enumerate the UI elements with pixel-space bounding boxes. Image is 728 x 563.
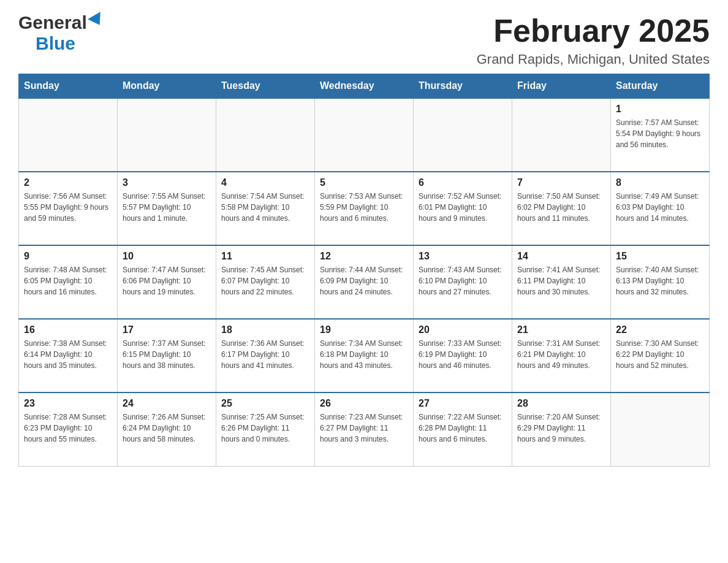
day-number: 3 xyxy=(123,177,211,188)
main-title: February 2025 xyxy=(477,12,710,49)
calendar-cell xyxy=(118,98,216,172)
calendar-cell xyxy=(315,98,414,172)
day-info: Sunrise: 7:30 AM Sunset: 6:22 PM Dayligh… xyxy=(616,338,704,371)
logo-blue-text: Blue xyxy=(36,33,75,53)
calendar-cell xyxy=(216,98,315,172)
day-number: 16 xyxy=(24,324,112,335)
calendar-cell: 17Sunrise: 7:37 AM Sunset: 6:15 PM Dayli… xyxy=(118,319,216,393)
day-info: Sunrise: 7:55 AM Sunset: 5:57 PM Dayligh… xyxy=(123,191,211,224)
calendar-cell: 18Sunrise: 7:36 AM Sunset: 6:17 PM Dayli… xyxy=(216,319,315,393)
day-info: Sunrise: 7:43 AM Sunset: 6:10 PM Dayligh… xyxy=(419,264,507,297)
calendar-cell: 23Sunrise: 7:28 AM Sunset: 6:23 PM Dayli… xyxy=(19,393,118,466)
day-info: Sunrise: 7:25 AM Sunset: 6:26 PM Dayligh… xyxy=(221,412,309,445)
weekday-header-thursday: Thursday xyxy=(414,74,512,99)
weekday-header-monday: Monday xyxy=(118,74,216,99)
day-info: Sunrise: 7:20 AM Sunset: 6:29 PM Dayligh… xyxy=(517,412,605,445)
day-number: 20 xyxy=(419,324,507,335)
calendar-cell: 5Sunrise: 7:53 AM Sunset: 5:59 PM Daylig… xyxy=(315,172,414,245)
weekday-header-row: SundayMondayTuesdayWednesdayThursdayFrid… xyxy=(19,74,710,99)
weekday-header-friday: Friday xyxy=(512,74,611,99)
calendar-cell: 26Sunrise: 7:23 AM Sunset: 6:27 PM Dayli… xyxy=(315,393,414,466)
calendar-cell: 6Sunrise: 7:52 AM Sunset: 6:01 PM Daylig… xyxy=(414,172,512,245)
day-number: 21 xyxy=(517,324,605,335)
logo: General Blue xyxy=(18,12,104,54)
calendar-cell xyxy=(512,98,611,172)
day-number: 2 xyxy=(24,177,112,188)
day-number: 18 xyxy=(221,324,309,335)
day-number: 24 xyxy=(123,398,211,409)
day-number: 7 xyxy=(517,177,605,188)
day-info: Sunrise: 7:38 AM Sunset: 6:14 PM Dayligh… xyxy=(24,338,112,371)
calendar-cell: 3Sunrise: 7:55 AM Sunset: 5:57 PM Daylig… xyxy=(118,172,216,245)
calendar-cell: 27Sunrise: 7:22 AM Sunset: 6:28 PM Dayli… xyxy=(414,393,512,466)
calendar-cell: 9Sunrise: 7:48 AM Sunset: 6:05 PM Daylig… xyxy=(19,245,118,319)
page-header: General Blue February 2025 Grand Rapids,… xyxy=(18,12,710,67)
day-info: Sunrise: 7:45 AM Sunset: 6:07 PM Dayligh… xyxy=(221,264,309,297)
calendar-cell: 24Sunrise: 7:26 AM Sunset: 6:24 PM Dayli… xyxy=(118,393,216,466)
calendar-cell: 4Sunrise: 7:54 AM Sunset: 5:58 PM Daylig… xyxy=(216,172,315,245)
calendar-cell: 12Sunrise: 7:44 AM Sunset: 6:09 PM Dayli… xyxy=(315,245,414,319)
calendar-cell: 1Sunrise: 7:57 AM Sunset: 5:54 PM Daylig… xyxy=(611,98,710,172)
day-number: 26 xyxy=(320,398,408,409)
day-info: Sunrise: 7:23 AM Sunset: 6:27 PM Dayligh… xyxy=(320,412,408,445)
day-number: 8 xyxy=(616,177,704,188)
day-info: Sunrise: 7:52 AM Sunset: 6:01 PM Dayligh… xyxy=(419,191,507,224)
calendar-cell: 10Sunrise: 7:47 AM Sunset: 6:06 PM Dayli… xyxy=(118,245,216,319)
weekday-header-wednesday: Wednesday xyxy=(315,74,414,99)
day-number: 15 xyxy=(616,251,704,262)
day-info: Sunrise: 7:31 AM Sunset: 6:21 PM Dayligh… xyxy=(517,338,605,371)
day-info: Sunrise: 7:44 AM Sunset: 6:09 PM Dayligh… xyxy=(320,264,408,297)
day-number: 12 xyxy=(320,251,408,262)
calendar-cell: 8Sunrise: 7:49 AM Sunset: 6:03 PM Daylig… xyxy=(611,172,710,245)
calendar-cell: 28Sunrise: 7:20 AM Sunset: 6:29 PM Dayli… xyxy=(512,393,611,466)
weekday-header-tuesday: Tuesday xyxy=(216,74,315,99)
subtitle: Grand Rapids, Michigan, United States xyxy=(477,52,710,67)
day-info: Sunrise: 7:53 AM Sunset: 5:59 PM Dayligh… xyxy=(320,191,408,224)
day-number: 28 xyxy=(517,398,605,409)
calendar-week-row: 16Sunrise: 7:38 AM Sunset: 6:14 PM Dayli… xyxy=(19,319,710,393)
calendar-cell xyxy=(19,98,118,172)
calendar-cell: 22Sunrise: 7:30 AM Sunset: 6:22 PM Dayli… xyxy=(611,319,710,393)
day-number: 10 xyxy=(123,251,211,262)
day-number: 17 xyxy=(123,324,211,335)
calendar-cell: 15Sunrise: 7:40 AM Sunset: 6:13 PM Dayli… xyxy=(611,245,710,319)
calendar-cell: 11Sunrise: 7:45 AM Sunset: 6:07 PM Dayli… xyxy=(216,245,315,319)
day-number: 27 xyxy=(419,398,507,409)
weekday-header-saturday: Saturday xyxy=(611,74,710,99)
calendar-week-row: 2Sunrise: 7:56 AM Sunset: 5:55 PM Daylig… xyxy=(19,172,710,245)
calendar-table: SundayMondayTuesdayWednesdayThursdayFrid… xyxy=(18,74,710,467)
calendar-week-row: 1Sunrise: 7:57 AM Sunset: 5:54 PM Daylig… xyxy=(19,98,710,172)
day-number: 14 xyxy=(517,251,605,262)
day-info: Sunrise: 7:50 AM Sunset: 6:02 PM Dayligh… xyxy=(517,191,605,224)
logo-triangle-icon xyxy=(88,12,106,29)
calendar-cell xyxy=(611,393,710,466)
day-number: 6 xyxy=(419,177,507,188)
day-number: 9 xyxy=(24,251,112,262)
title-area: February 2025 Grand Rapids, Michigan, Un… xyxy=(477,12,710,67)
calendar-week-row: 9Sunrise: 7:48 AM Sunset: 6:05 PM Daylig… xyxy=(19,245,710,319)
calendar-cell xyxy=(414,98,512,172)
day-info: Sunrise: 7:56 AM Sunset: 5:55 PM Dayligh… xyxy=(24,191,112,224)
calendar-header: SundayMondayTuesdayWednesdayThursdayFrid… xyxy=(19,74,710,99)
calendar-cell: 14Sunrise: 7:41 AM Sunset: 6:11 PM Dayli… xyxy=(512,245,611,319)
day-info: Sunrise: 7:47 AM Sunset: 6:06 PM Dayligh… xyxy=(123,264,211,297)
day-number: 13 xyxy=(419,251,507,262)
day-number: 11 xyxy=(221,251,309,262)
day-number: 25 xyxy=(221,398,309,409)
day-number: 22 xyxy=(616,324,704,335)
calendar-cell: 7Sunrise: 7:50 AM Sunset: 6:02 PM Daylig… xyxy=(512,172,611,245)
day-info: Sunrise: 7:28 AM Sunset: 6:23 PM Dayligh… xyxy=(24,412,112,445)
day-number: 5 xyxy=(320,177,408,188)
day-number: 1 xyxy=(616,104,704,115)
calendar-body: 1Sunrise: 7:57 AM Sunset: 5:54 PM Daylig… xyxy=(19,98,710,466)
calendar-cell: 20Sunrise: 7:33 AM Sunset: 6:19 PM Dayli… xyxy=(414,319,512,393)
day-number: 23 xyxy=(24,398,112,409)
day-info: Sunrise: 7:57 AM Sunset: 5:54 PM Dayligh… xyxy=(616,117,704,150)
day-info: Sunrise: 7:34 AM Sunset: 6:18 PM Dayligh… xyxy=(320,338,408,371)
day-info: Sunrise: 7:41 AM Sunset: 6:11 PM Dayligh… xyxy=(517,264,605,297)
calendar-cell: 2Sunrise: 7:56 AM Sunset: 5:55 PM Daylig… xyxy=(19,172,118,245)
day-info: Sunrise: 7:37 AM Sunset: 6:15 PM Dayligh… xyxy=(123,338,211,371)
calendar-cell: 21Sunrise: 7:31 AM Sunset: 6:21 PM Dayli… xyxy=(512,319,611,393)
logo-general-text: General xyxy=(18,12,87,33)
day-number: 4 xyxy=(221,177,309,188)
